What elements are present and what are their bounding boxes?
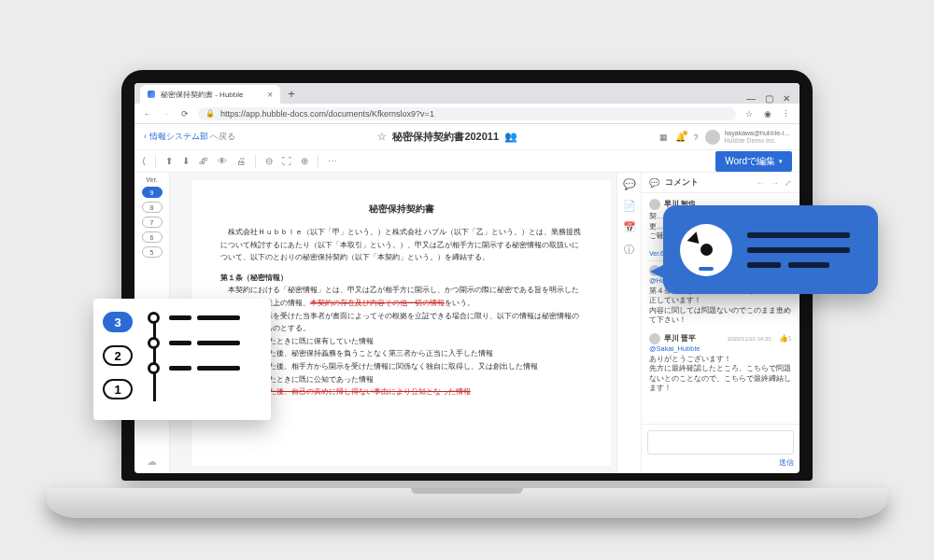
- browser-menu-icon[interactable]: ⋮: [781, 109, 792, 119]
- app-header: ‹ 情報システム部 へ戻る ☆ 秘密保持契約書202011 👥 ▦ 🔔 ?: [134, 124, 800, 150]
- attach-icon[interactable]: 🖇: [199, 156, 208, 166]
- comment-compose: 送信: [642, 424, 800, 473]
- overlay-text-lines: [747, 232, 861, 268]
- overlay-comment-bubble: [663, 205, 878, 294]
- more-icon[interactable]: ⋯: [328, 156, 337, 166]
- upload-icon[interactable]: ⬆: [165, 156, 173, 166]
- comment-input[interactable]: [647, 430, 794, 455]
- cloud-icon[interactable]: ☁: [147, 455, 157, 468]
- doc-paragraph: ただし、開示を受けた当事者が書面によってその根拠を立証できる場合に限り、以下の情…: [220, 310, 583, 335]
- nav-back-icon[interactable]: ←: [142, 109, 153, 119]
- side-tool-rail: 💬 📄 📅 ⓘ: [616, 173, 641, 473]
- edit-in-word-button[interactable]: Wordで編集: [715, 151, 792, 172]
- apps-icon[interactable]: ▦: [659, 133, 668, 142]
- header-actions: ▦ 🔔 ? hayakawa@hubble-i… Hubble Demo inc…: [659, 130, 790, 145]
- doc-list-item: (1) 開示を受けたときに既に保有していた情報: [220, 335, 583, 348]
- version-pill[interactable]: 8: [142, 202, 163, 213]
- document-title: ☆ 秘密保持契約書202011 👥: [243, 130, 652, 144]
- chat-icon[interactable]: 💬: [623, 178, 636, 190]
- url-text: https://app.hubble-docs.com/documents/Kf…: [220, 109, 434, 119]
- strikethrough: 本契約の存在及び内容その他一切の情報: [310, 299, 445, 307]
- avatar: [705, 130, 720, 145]
- like-icon[interactable]: 👍1: [779, 334, 792, 343]
- browser-tab-bar: 秘密保持契約書 - Hubble × + — ▢ ✕: [134, 83, 800, 104]
- zoom-fit-icon[interactable]: ⛶: [282, 156, 291, 166]
- bell-icon[interactable]: 🔔: [675, 133, 686, 142]
- doc-paragraph: 本契約における「秘密情報」とは、甲又は乙が相手方に開示し、かつ開示の際に秘密であ…: [220, 284, 583, 309]
- star-icon[interactable]: ☆: [377, 131, 387, 143]
- overlay-version-card: 3 2 1: [93, 299, 271, 420]
- comment-icon: 💬: [649, 178, 659, 188]
- laptop-mockup: 秘密保持契約書 - Hubble × + — ▢ ✕ ← → ⟳ 🔒 https…: [121, 70, 813, 518]
- commit-dot-icon: [148, 312, 160, 324]
- overlay-version-pill[interactable]: 1: [103, 379, 133, 399]
- prev-icon[interactable]: ←: [757, 178, 765, 188]
- commit-dot-icon: [148, 362, 160, 374]
- version-label: Ver.: [146, 176, 157, 183]
- zoom-out-icon[interactable]: ⊖: [265, 156, 273, 166]
- next-icon[interactable]: →: [771, 178, 779, 188]
- tab-title: 秘密保持契約書 - Hubble: [161, 90, 243, 100]
- comment-item[interactable]: 早川 晋平 2020/11/10 14:30 👍1 @Sakai_Hubble …: [649, 333, 792, 394]
- doc-list-item: (3) 開示を受けた後、相手方から開示を受けた情報に関係なく独自に取得し、又は創…: [220, 360, 583, 373]
- lock-icon: 🔒: [205, 109, 215, 118]
- doc-toolbar: ⟨ ⬆ ⬇ 🖇 👁 🖨 ⊖ ⛶ ⊕ ⋯ Wordで編集: [134, 150, 800, 173]
- browser-address-bar: ← → ⟳ 🔒 https://app.hubble-docs.com/docu…: [134, 104, 800, 124]
- mention[interactable]: @Sakai_Hubble: [649, 344, 792, 353]
- nav-forward-icon[interactable]: →: [161, 109, 172, 119]
- doc-paragraph: 株式会社Ｈｕｂｂｌｅ（以下「甲」という。）と株式会社 ハブル（以下「乙」という。…: [220, 226, 583, 264]
- favicon-icon: [148, 91, 155, 98]
- maximize-icon[interactable]: ▢: [765, 93, 773, 104]
- user-chip[interactable]: hayakawa@hubble-i… Hubble Demo inc.: [705, 130, 790, 145]
- new-tab-button[interactable]: +: [284, 85, 299, 104]
- close-tab-icon[interactable]: ×: [267, 90, 273, 100]
- version-pill[interactable]: 7: [142, 217, 163, 228]
- close-window-icon[interactable]: ✕: [783, 93, 790, 104]
- comment-body: ありがとうございます！ 先方に最終確認したところ、こちらで問題ないとのことなので…: [649, 355, 792, 394]
- collapse-rail-icon[interactable]: ⟨: [142, 156, 146, 166]
- version-pill[interactable]: 5: [142, 246, 163, 258]
- doc-section-head: 第１条（秘密情報）: [220, 272, 583, 285]
- avatar: [649, 333, 660, 344]
- doc-list-item: (2) 開示を受けた後、秘密保持義務を負うことなく第三者から正当に入手した情報: [220, 347, 583, 360]
- send-button[interactable]: 送信: [647, 457, 794, 468]
- share-icon[interactable]: 👥: [504, 131, 517, 143]
- overlay-avatar: [680, 224, 732, 276]
- profile-icon[interactable]: ◉: [762, 109, 773, 119]
- version-pill-active[interactable]: 9: [142, 187, 163, 198]
- overlay-version-pill[interactable]: 2: [103, 345, 133, 366]
- comment-header: 💬 コメント ← → ⤢: [642, 173, 800, 193]
- minimize-icon[interactable]: —: [746, 93, 756, 104]
- version-pill[interactable]: 6: [142, 231, 163, 243]
- reload-icon[interactable]: ⟳: [179, 109, 191, 119]
- calendar-icon[interactable]: 📅: [623, 221, 636, 233]
- comment-title: コメント: [665, 176, 699, 189]
- laptop-notch: [411, 488, 523, 494]
- url-field[interactable]: 🔒 https://app.hubble-docs.com/documents/…: [198, 107, 736, 120]
- info-icon[interactable]: ⓘ: [624, 243, 634, 257]
- breadcrumb[interactable]: ‹ 情報システム部 へ戻る: [144, 131, 235, 143]
- doc-list-item: (4) 開示を受けたときに既に公知であった情報: [220, 373, 583, 386]
- bookmark-icon[interactable]: ☆: [743, 109, 755, 119]
- avatar: [649, 199, 660, 210]
- window-controls: — ▢ ✕: [746, 93, 794, 104]
- expand-icon[interactable]: ⤢: [785, 178, 792, 188]
- help-icon[interactable]: ?: [693, 133, 698, 142]
- browser-tab[interactable]: 秘密保持契約書 - Hubble ×: [140, 85, 280, 104]
- overlay-version-pill-active[interactable]: 3: [103, 312, 133, 332]
- doc-list-item: (5) 開示を受けた後、自己の責めに帰し得ない事由により公知となった情報: [220, 385, 583, 399]
- view-icon[interactable]: 👁: [218, 156, 227, 166]
- zoom-in-icon[interactable]: ⊕: [301, 156, 308, 166]
- commit-dot-icon: [148, 337, 160, 349]
- print-icon[interactable]: 🖨: [236, 156, 246, 166]
- download-icon[interactable]: ⬇: [182, 156, 190, 166]
- doc-icon[interactable]: 📄: [623, 200, 636, 212]
- doc-heading: 秘密保持契約書: [220, 201, 583, 217]
- timestamp: 2020/11/10 14:30: [728, 336, 771, 342]
